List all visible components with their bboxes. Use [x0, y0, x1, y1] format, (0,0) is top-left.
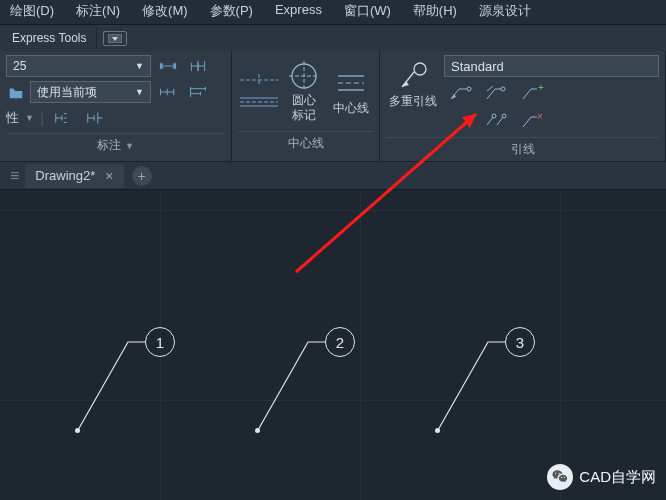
wechat-icon	[547, 464, 573, 490]
expand-icon: ▼	[125, 141, 134, 151]
centerline-icon	[334, 66, 368, 100]
menu-params[interactable]: 参数(P)	[210, 2, 253, 20]
menubar: 绘图(D) 标注(N) 修改(M) 参数(P) Express 窗口(W) 帮助…	[0, 0, 666, 25]
panel-dimension: 25 ▼ 使用当前项 ▼	[0, 51, 232, 161]
leader-remove-button[interactable]: ×	[516, 109, 548, 133]
multileader-button[interactable]: 多重引线	[386, 55, 440, 133]
filetab-active[interactable]: Drawing2* ×	[25, 164, 123, 188]
leader-collect-button[interactable]	[480, 81, 512, 105]
chevron-down-icon: ▼	[135, 61, 144, 71]
drawing-canvas[interactable]: 1 2 3 CAD自学网	[0, 190, 666, 500]
menu-yuanquan[interactable]: 源泉设计	[479, 2, 531, 20]
svg-point-20	[502, 114, 506, 118]
menu-annotate[interactable]: 标注(N)	[76, 2, 120, 20]
centerline-mini-2-icon[interactable]	[238, 94, 280, 110]
svg-point-17	[501, 87, 505, 91]
centerline-label: 中心线	[333, 100, 369, 117]
balloon-1[interactable]: 1	[145, 327, 175, 357]
balloon-3[interactable]: 3	[505, 327, 535, 357]
filetabs-menu-icon[interactable]: ≡	[4, 167, 25, 185]
multileader-label: 多重引线	[389, 93, 437, 110]
dim-usecurrent-value: 使用当前项	[37, 84, 97, 101]
centermark-label: 圆心 标记	[292, 93, 316, 123]
leader-endpoint-dot	[255, 428, 260, 433]
centermark-button[interactable]: 圆心 标记	[282, 55, 327, 127]
chevron-down-icon: ▼	[25, 113, 34, 123]
balloon-2[interactable]: 2	[325, 327, 355, 357]
svg-point-19	[492, 114, 496, 118]
ribbon-overflow-icon[interactable]	[103, 31, 127, 46]
filetab-label: Drawing2*	[35, 168, 95, 183]
continue-dim-button[interactable]	[155, 81, 181, 103]
watermark: CAD自学网	[547, 464, 656, 490]
svg-point-15	[467, 87, 471, 91]
ribbon-tab-expresstools[interactable]: Express Tools	[2, 27, 97, 49]
leader-new-button[interactable]: +	[516, 81, 548, 105]
ribbon: 25 ▼ 使用当前项 ▼	[0, 51, 666, 162]
centerline-mini-1-icon[interactable]	[238, 72, 280, 88]
menu-modify[interactable]: 修改(M)	[142, 2, 188, 20]
property-label: 性	[6, 109, 19, 127]
menu-window[interactable]: 窗口(W)	[344, 2, 391, 20]
menu-draw[interactable]: 绘图(D)	[10, 2, 54, 20]
filetabs: ≡ Drawing2* × +	[0, 162, 666, 190]
panel-leader: 多重引线 Standard + × 引线	[380, 51, 666, 161]
ribbon-tabstrip: Express Tools	[0, 25, 666, 51]
svg-point-13	[414, 63, 426, 75]
leader-endpoint-dot	[75, 428, 80, 433]
leader-style-combo[interactable]: Standard	[444, 55, 659, 77]
dim-usecurrent-combo[interactable]: 使用当前项 ▼	[30, 81, 151, 103]
panel-dimension-title: 标注▼	[6, 133, 225, 155]
chevron-down-icon: ▼	[135, 87, 144, 97]
leader-align-button[interactable]	[480, 109, 512, 133]
centermark-icon	[287, 59, 321, 93]
panel-centerline: 圆心 标记 中心线 中心线	[232, 51, 380, 161]
menu-help[interactable]: 帮助(H)	[413, 2, 457, 20]
ordinate-dim-button[interactable]	[82, 107, 108, 129]
aligned-dim-button[interactable]	[185, 55, 211, 77]
panel-centerline-title: 中心线	[238, 131, 373, 153]
menu-express[interactable]: Express	[275, 2, 322, 20]
svg-text:+: +	[538, 83, 544, 93]
leader-add-button[interactable]	[444, 81, 476, 105]
new-tab-button[interactable]: +	[132, 166, 152, 186]
dimstyle-combo[interactable]: 25 ▼	[6, 55, 151, 77]
svg-marker-16	[451, 94, 456, 99]
quick-dim-button[interactable]	[50, 107, 76, 129]
close-icon[interactable]: ×	[105, 168, 113, 184]
multileader-icon	[396, 59, 430, 93]
baseline-dim-button[interactable]	[185, 81, 211, 103]
svg-marker-14	[402, 81, 409, 87]
dimstyle-value: 25	[13, 59, 26, 73]
leader-style-value: Standard	[451, 59, 504, 74]
dim-layer-icon[interactable]	[6, 81, 26, 103]
linear-dim-button[interactable]	[155, 55, 181, 77]
panel-leader-title: 引线	[386, 137, 659, 159]
watermark-text: CAD自学网	[579, 468, 656, 487]
svg-text:×: ×	[537, 111, 543, 122]
centerline-button[interactable]: 中心线	[329, 62, 374, 121]
leader-endpoint-dot	[435, 428, 440, 433]
